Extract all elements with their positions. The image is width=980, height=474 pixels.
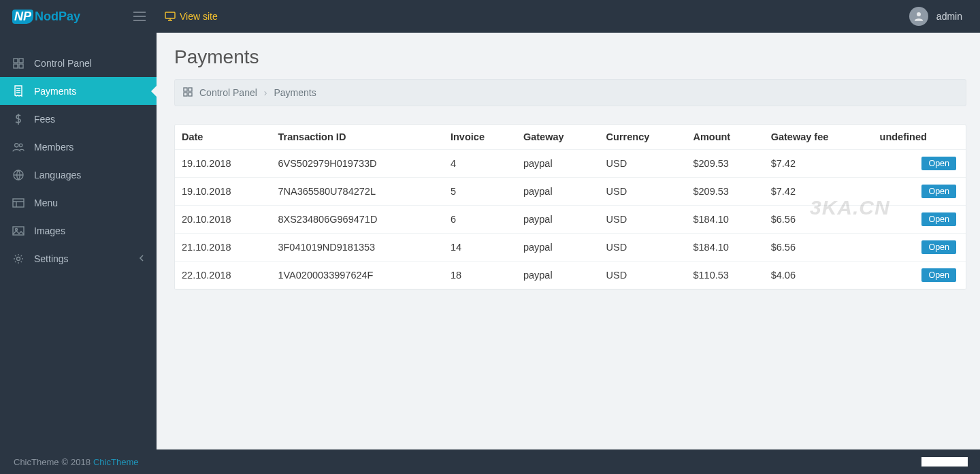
- users-icon: [12, 142, 24, 153]
- table-cell-action: Open: [873, 206, 966, 234]
- open-button[interactable]: Open: [921, 185, 956, 198]
- table-cell: 22.10.2018: [175, 262, 271, 289]
- open-button[interactable]: Open: [921, 268, 956, 282]
- table-cell: 7NA365580U784272L: [271, 178, 444, 206]
- column-header: Gateway fee: [764, 125, 873, 150]
- copyright-icon: ©: [61, 457, 68, 467]
- sidebar-item-payments[interactable]: Payments: [0, 77, 157, 105]
- table-cell-action: Open: [873, 262, 966, 289]
- svg-rect-5: [19, 64, 23, 68]
- column-header: Currency: [600, 125, 687, 150]
- table-row: 22.10.20181VA0200033997624F18paypalUSD$1…: [175, 262, 966, 289]
- sidebar-item-label: Settings: [34, 253, 69, 264]
- receipt-icon: [12, 85, 24, 97]
- table-cell-action: Open: [873, 234, 966, 262]
- table-cell: $184.10: [686, 234, 764, 262]
- table-cell: USD: [600, 234, 687, 262]
- table-cell: 8XS234806G969471D: [271, 206, 444, 234]
- table-cell: 6VS502979H019733D: [271, 150, 444, 178]
- sidebar-item-label: Payments: [34, 86, 76, 97]
- view-site-link[interactable]: View site: [157, 11, 226, 22]
- svg-point-12: [17, 257, 20, 260]
- sidebar-item-fees[interactable]: Fees: [0, 105, 157, 133]
- table-cell: $6.56: [764, 234, 873, 262]
- table-cell: paypal: [517, 178, 600, 206]
- topnav: NPNodPay View site admin: [0, 0, 980, 33]
- sidebar-item-images[interactable]: Images: [0, 217, 157, 244]
- svg-rect-2: [14, 59, 18, 63]
- svg-rect-0: [165, 12, 175, 18]
- breadcrumb-root[interactable]: Control Panel: [199, 87, 257, 98]
- monitor-icon: [165, 12, 176, 21]
- table-cell: 19.10.2018: [175, 150, 271, 178]
- table-cell: 20.10.2018: [175, 206, 271, 234]
- sidebar-item-languages[interactable]: Languages: [0, 161, 157, 189]
- sidebar-item-label: Images: [34, 225, 65, 236]
- footer-brand: ChicTheme: [14, 457, 59, 467]
- footer-year: 2018: [71, 457, 91, 467]
- column-header: undefined: [873, 125, 966, 150]
- open-button[interactable]: Open: [921, 240, 956, 254]
- svg-rect-14: [189, 88, 192, 91]
- sidebar-item-settings[interactable]: Settings: [0, 244, 157, 272]
- view-site-label: View site: [180, 11, 218, 22]
- open-button[interactable]: Open: [921, 157, 956, 170]
- column-header: Date: [175, 125, 271, 150]
- sidebar-item-label: Fees: [34, 114, 55, 125]
- open-button[interactable]: Open: [921, 212, 956, 226]
- logo-icon: NPNodPay: [12, 10, 80, 24]
- table-row: 21.10.20183F041019ND918135314paypalUSD$1…: [175, 234, 966, 262]
- table-cell: $7.42: [764, 178, 873, 206]
- gear-icon: [12, 253, 24, 264]
- menu2-icon: [12, 198, 24, 208]
- table-cell: 19.10.2018: [175, 178, 271, 206]
- table-cell: $209.53: [686, 150, 764, 178]
- table-cell: USD: [600, 178, 687, 206]
- grid-icon: [12, 58, 24, 69]
- sidebar: Control PanelPaymentsFeesMembersLanguage…: [0, 33, 157, 474]
- image-icon: [12, 226, 24, 236]
- svg-rect-16: [189, 93, 192, 96]
- table-cell: paypal: [517, 206, 600, 234]
- payments-table-panel: DateTransaction IDInvoiceGatewayCurrency…: [174, 124, 966, 290]
- table-cell: 3F041019ND9181353: [271, 234, 444, 262]
- sidebar-item-label: Members: [34, 142, 74, 153]
- table-cell: paypal: [517, 262, 600, 289]
- svg-rect-13: [184, 88, 187, 91]
- page-title: Payments: [174, 46, 966, 68]
- table-cell: 18: [444, 262, 517, 289]
- table-cell: USD: [600, 262, 687, 289]
- table-cell: paypal: [517, 150, 600, 178]
- table-row: 19.10.20187NA365580U784272L5paypalUSD$20…: [175, 178, 966, 206]
- sidebar-toggle-button[interactable]: [122, 0, 157, 33]
- table-cell: 4: [444, 150, 517, 178]
- username-label: admin: [936, 11, 962, 22]
- hamburger-icon: [133, 12, 146, 21]
- table-cell: $110.53: [686, 262, 764, 289]
- table-cell: USD: [600, 150, 687, 178]
- sidebar-item-control-panel[interactable]: Control Panel: [0, 49, 157, 77]
- column-header: Gateway: [517, 125, 600, 150]
- footer: ChicTheme © 2018 ChicTheme: [0, 449, 980, 474]
- chevron-left-icon: [139, 253, 144, 264]
- logo[interactable]: NPNodPay: [0, 0, 122, 33]
- footer-widget[interactable]: [921, 457, 968, 467]
- breadcrumb-current: Payments: [274, 87, 316, 98]
- sidebar-item-members[interactable]: Members: [0, 133, 157, 161]
- user-menu[interactable]: admin: [909, 7, 980, 26]
- table-cell-action: Open: [873, 150, 966, 178]
- table-cell: $7.42: [764, 150, 873, 178]
- grid-icon: [183, 87, 193, 99]
- table-cell-action: Open: [873, 178, 966, 206]
- column-header: Amount: [686, 125, 764, 150]
- sidebar-item-menu[interactable]: Menu: [0, 189, 157, 217]
- footer-link[interactable]: ChicTheme: [93, 457, 138, 467]
- table-cell: 6: [444, 206, 517, 234]
- table-cell: 14: [444, 234, 517, 262]
- table-cell: $209.53: [686, 178, 764, 206]
- sidebar-item-label: Languages: [34, 170, 81, 180]
- table-header-row: DateTransaction IDInvoiceGatewayCurrency…: [175, 125, 966, 150]
- sidebar-item-label: Control Panel: [34, 58, 92, 69]
- table-cell: $6.56: [764, 206, 873, 234]
- table-cell: $184.10: [686, 206, 764, 234]
